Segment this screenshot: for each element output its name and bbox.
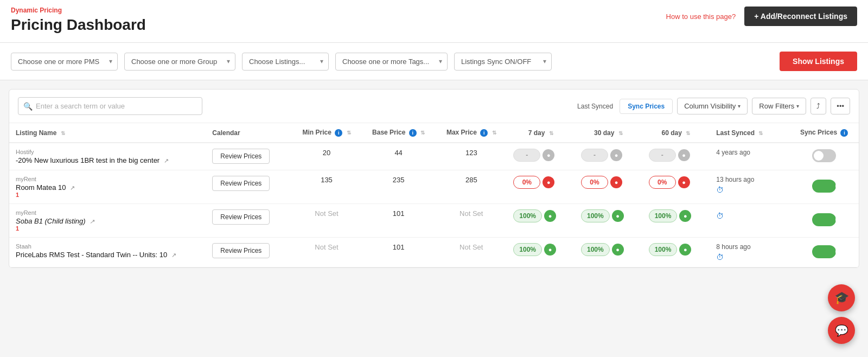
listing-error: 1	[16, 192, 199, 198]
listing-link-icon[interactable]: ↗	[90, 218, 94, 225]
show-listings-button[interactable]: Show Listings	[780, 52, 857, 71]
tags-filter[interactable]: Choose one or more Tags...	[335, 53, 448, 71]
review-prices-button[interactable]: Review Prices	[212, 176, 270, 191]
60day-pill: 100%	[649, 209, 678, 222]
7day-circle-button[interactable]: ●	[544, 210, 556, 222]
min-price-value: 135	[321, 176, 333, 184]
60day-cell: - ●	[642, 143, 710, 170]
7day-circle-button[interactable]: ●	[542, 176, 554, 188]
more-options-button[interactable]: •••	[831, 98, 850, 114]
pms-filter[interactable]: Choose one or more PMS	[11, 53, 118, 71]
listing-group: Staah	[16, 243, 199, 250]
last-synced-cell: 8 hours ago⏱	[710, 238, 789, 267]
sync-toggle[interactable]	[812, 180, 836, 193]
listing-link-icon[interactable]: ↗	[70, 184, 75, 191]
sync-toggle-cell	[790, 170, 859, 204]
review-prices-button[interactable]: Review Prices	[212, 149, 270, 164]
sync-toggle[interactable]	[812, 213, 836, 226]
last-synced-label: Last Synced	[577, 103, 613, 110]
calendar-cell: Review Prices	[206, 204, 292, 238]
col-header-calendar: Calendar	[206, 123, 292, 143]
30day-circle-button[interactable]: ●	[612, 210, 624, 222]
sync-time-icon[interactable]: ⏱	[716, 186, 783, 194]
60day-circle-button[interactable]: ●	[678, 149, 690, 161]
not-set-label: Not Set	[315, 243, 338, 251]
30day-cell: 0% ●	[575, 170, 642, 204]
sync-prices-button[interactable]: Sync Prices	[620, 99, 673, 114]
7day-circle-button[interactable]: ●	[544, 244, 556, 256]
30day-circle-button[interactable]: ●	[612, 244, 624, 256]
search-input[interactable]	[18, 97, 202, 115]
listings-filter[interactable]: Choose Listings...	[242, 53, 329, 71]
sync-filter[interactable]: Listings Sync ON/OFF	[454, 53, 552, 71]
pms-select[interactable]: Choose one or more PMS	[11, 53, 118, 71]
last-synced-value: 8 hours ago	[716, 243, 783, 251]
listings-select[interactable]: Choose Listings...	[242, 53, 329, 71]
group-filter[interactable]: Choose one or more Group	[124, 53, 235, 71]
base-price-value: 235	[393, 176, 405, 184]
table-row: myRentRoom Matea 10 ↗1Review Prices13523…	[9, 170, 859, 204]
7day-pill: 100%	[513, 209, 542, 222]
listing-link-icon[interactable]: ↗	[171, 252, 176, 258]
base-price-cell: 44	[361, 143, 436, 170]
listing-link-icon[interactable]: ↗	[164, 157, 169, 164]
review-prices-button[interactable]: Review Prices	[212, 209, 270, 225]
max-price-value: 123	[465, 149, 477, 157]
sync-toggle[interactable]	[812, 149, 836, 162]
min-price-cell: 135	[292, 170, 361, 204]
60day-circle-button[interactable]: ●	[678, 176, 690, 188]
not-set-label: Not Set	[459, 243, 483, 251]
30day-pill: 0%	[581, 176, 608, 189]
60day-cell: 100% ●	[642, 204, 710, 238]
base-price-cell: 101	[361, 238, 436, 267]
base-price-value: 101	[393, 209, 405, 218]
sort-icon: ⇅	[618, 130, 623, 136]
listing-cell: myRentSoba B1 (Child listing) ↗1	[9, 204, 206, 238]
sync-toggle[interactable]	[812, 245, 836, 258]
row-filters-label: Row Filters	[759, 102, 794, 110]
base-price-info-icon[interactable]: i	[409, 129, 417, 137]
col-header-30day: 30 day ⇅	[575, 123, 642, 143]
sort-icon: ⇅	[686, 130, 690, 136]
column-visibility-button[interactable]: Column Visibility ▾	[677, 98, 748, 114]
30day-circle-button[interactable]: ●	[610, 176, 622, 188]
col-header-7day: 7 day ⇅	[507, 123, 575, 143]
share-button[interactable]: ⤴	[810, 98, 826, 114]
group-select[interactable]: Choose one or more Group	[124, 53, 235, 71]
min-price-info-icon[interactable]: i	[335, 129, 342, 137]
table-toolbar: 🔍 Last Synced Sync Prices Column Visibil…	[9, 90, 859, 123]
max-price-value: 285	[465, 176, 477, 184]
30day-pill: 100%	[581, 209, 610, 222]
sync-select[interactable]: Listings Sync ON/OFF	[454, 53, 552, 71]
listing-cell: StaahPriceLabs RMS Test - Standard Twin …	[9, 238, 206, 267]
review-prices-button[interactable]: Review Prices	[212, 243, 270, 258]
60day-circle-button[interactable]: ●	[679, 210, 691, 222]
sync-time-icon[interactable]: ⏱	[716, 212, 783, 220]
60day-pill: -	[649, 149, 676, 162]
30day-cell: 100% ●	[575, 238, 642, 267]
col-header-min-price: Min Price i ⇅	[292, 123, 361, 143]
7day-circle-button[interactable]: ●	[542, 149, 554, 161]
60day-pill: 100%	[649, 243, 678, 256]
listing-group: myRent	[16, 176, 199, 182]
max-price-info-icon[interactable]: i	[480, 129, 488, 137]
how-to-link[interactable]: How to use this page?	[666, 12, 736, 21]
tags-select[interactable]: Choose one or more Tags...	[335, 53, 448, 71]
add-reconnect-button[interactable]: + Add/Reconnect Listings	[744, 7, 857, 26]
sync-time-icon[interactable]: ⏱	[716, 253, 783, 262]
not-set-label: Not Set	[459, 209, 483, 218]
listing-cell: Hostify-20% New luxurious 1BR test in th…	[9, 143, 206, 170]
sync-prices-info-icon[interactable]: i	[840, 129, 848, 137]
listing-name: Soba B1 (Child listing) ↗	[16, 217, 199, 225]
30day-circle-button[interactable]: ●	[610, 149, 622, 161]
col-header-base-price: Base Price i ⇅	[361, 123, 436, 143]
sort-icon: ⇅	[420, 130, 425, 136]
last-synced-cell: ⏱	[710, 204, 789, 238]
listings-table: Listing Name ⇅ Calendar Min Price i ⇅ Ba…	[9, 123, 859, 267]
min-price-value: 20	[323, 149, 330, 157]
row-filters-button[interactable]: Row Filters ▾	[752, 98, 806, 114]
60day-circle-button[interactable]: ●	[679, 244, 691, 256]
sort-icon: ⇅	[492, 130, 496, 136]
30day-cell: 100% ●	[575, 204, 642, 238]
sort-icon: ⇅	[758, 130, 763, 136]
